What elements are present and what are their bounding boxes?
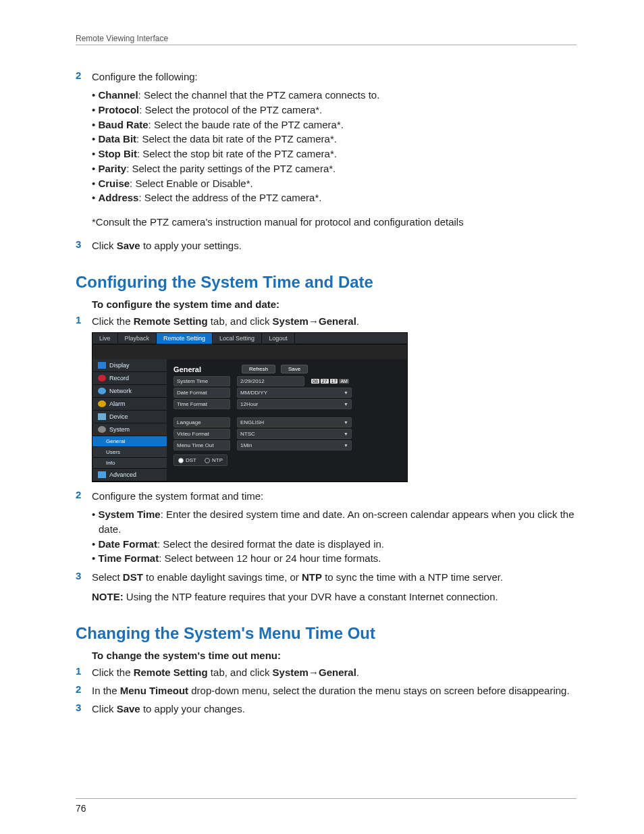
list-item: Time Format: Select between 12 hour or 2…: [92, 551, 576, 566]
radio-ntp[interactable]: NTP: [205, 457, 223, 463]
panel-title: General: [173, 365, 201, 373]
step-number: 3: [76, 702, 92, 713]
step-number: 2: [76, 489, 92, 500]
step-text: Click Save to apply your changes.: [92, 702, 576, 716]
sidebar-item-network[interactable]: Network: [92, 385, 167, 398]
radio-dst[interactable]: DST: [178, 457, 196, 463]
list-item: System Time: Enter the desired system ti…: [92, 507, 576, 537]
sidebar-item-system[interactable]: System: [92, 423, 167, 436]
step-1: 1 Click the Remote Setting tab, and clic…: [76, 314, 576, 328]
step-text: In the Menu Timeout drop-down menu, sele…: [92, 683, 576, 698]
list-item: Stop Bit: Select the stop bit rate of th…: [92, 147, 576, 161]
tab-bar: Live Playback Remote Setting Local Setti…: [92, 333, 407, 344]
display-icon: [98, 362, 106, 369]
radio-dot-icon: [178, 458, 184, 463]
list-item: Address: Select the address of the PTZ c…: [92, 190, 576, 205]
field-language[interactable]: ENGLISH▼: [237, 417, 352, 427]
tab-remote-setting[interactable]: Remote Setting: [157, 333, 213, 344]
chevron-down-icon: ▼: [344, 443, 348, 448]
refresh-button[interactable]: Refresh: [242, 365, 275, 373]
tab-live[interactable]: Live: [92, 333, 118, 344]
step-text: Click the Remote Setting tab, and click …: [92, 314, 576, 328]
footnote: *Consult the PTZ camera's instruction ma…: [92, 215, 576, 229]
advanced-icon: [98, 471, 106, 478]
label-date-format: Date Format: [173, 388, 230, 398]
gear-icon: [98, 426, 106, 433]
page-number: 76: [76, 803, 86, 814]
chevron-down-icon: ▼: [344, 420, 348, 425]
step-2: 2 Configure the following:: [76, 70, 576, 84]
label-language: Language: [173, 417, 230, 427]
sidebar: Display Record Network Alarm Device Syst…: [92, 359, 167, 481]
chevron-down-icon: ▼: [344, 402, 348, 407]
step-2: 2 In the Menu Timeout drop-down menu, se…: [76, 683, 576, 698]
field-system-time[interactable]: 2/29/2012: [237, 376, 304, 386]
chevron-down-icon: ▼: [344, 390, 348, 395]
running-header: Remote Viewing Interface: [76, 34, 576, 45]
step-3: 3 Click Save to apply your changes.: [76, 702, 576, 716]
save-button[interactable]: Save: [281, 365, 308, 373]
sidebar-sub-info[interactable]: Info: [92, 458, 167, 469]
chevron-down-icon: ▼: [344, 432, 348, 436]
record-icon: [98, 375, 106, 382]
tab-playback[interactable]: Playback: [118, 333, 157, 344]
label-menu-timeout: Menu Time Out: [173, 440, 230, 450]
device-icon: [98, 413, 106, 420]
list-item: Cruise: Select Enable or Disable*.: [92, 176, 576, 191]
tab-logout[interactable]: Logout: [262, 333, 295, 344]
label-system-time: System Time: [173, 376, 230, 386]
settings-panel: General Refresh Save System Time 2/29/20…: [167, 359, 407, 481]
step-3: 3 Select DST to enable daylight savings …: [76, 570, 576, 584]
step-3: 3 Click Save to apply your settings.: [76, 238, 576, 253]
step-number: 2: [76, 70, 92, 81]
step-number: 1: [76, 314, 92, 325]
section-heading: Configuring the System Time and Date: [76, 273, 576, 292]
step-text: Configure the following:: [92, 70, 576, 84]
sidebar-item-alarm[interactable]: Alarm: [92, 398, 167, 411]
bullet-list: System Time: Enter the desired system ti…: [92, 507, 576, 566]
page-footer: 76: [76, 798, 576, 814]
field-video-format[interactable]: NTSC▼: [237, 429, 352, 439]
step-2: 2 Configure the system format and time:: [76, 489, 576, 503]
section-heading: Changing the System's Menu Time Out: [76, 624, 576, 643]
field-time-format[interactable]: 12Hour▼: [237, 399, 352, 409]
step-number: 1: [76, 665, 92, 677]
step-number: 2: [76, 683, 92, 695]
sub-heading: To configure the system time and date:: [92, 298, 576, 310]
step-text: Configure the system format and time:: [92, 489, 576, 503]
spacer: [92, 344, 407, 359]
list-item: Date Format: Select the desired format t…: [92, 537, 576, 552]
list-item: Parity: Select the parity settings of th…: [92, 161, 576, 176]
step-text: Click Save to apply your settings.: [92, 238, 576, 253]
sub-heading: To change the system's time out menu:: [92, 650, 576, 661]
step-number: 3: [76, 570, 92, 581]
radio-dot-icon: [205, 458, 210, 463]
sidebar-item-device[interactable]: Device: [92, 411, 167, 423]
sidebar-item-advanced[interactable]: Advanced: [92, 469, 167, 481]
step-text: Click the Remote Setting tab, and click …: [92, 665, 576, 679]
sidebar-item-record[interactable]: Record: [92, 372, 167, 385]
sidebar-sub-general[interactable]: General: [92, 436, 167, 447]
network-icon: [98, 388, 106, 394]
step-number: 3: [76, 238, 92, 250]
tab-local-setting[interactable]: Local Setting: [213, 333, 262, 344]
label-time-format: Time Format: [173, 399, 230, 409]
list-item: Baud Rate: Select the baude rate of the …: [92, 118, 576, 132]
step-text: Select DST to enable daylight savings ti…: [92, 570, 576, 584]
sidebar-sub-users[interactable]: Users: [92, 447, 167, 458]
list-item: Data Bit: Select the data bit rate of th…: [92, 132, 576, 147]
list-item: Channel: Select the channel that the PTZ…: [92, 88, 576, 103]
embedded-screenshot: Live Playback Remote Setting Local Setti…: [92, 332, 408, 482]
field-menu-timeout[interactable]: 1Min▼: [237, 440, 352, 450]
alarm-icon: [98, 400, 106, 407]
bullet-list: Channel: Select the channel that the PTZ…: [92, 88, 576, 205]
label-video-format: Video Format: [173, 429, 230, 439]
time-pills[interactable]: 08 27 17 AM: [311, 379, 349, 384]
list-item: Protocol: Select the protocol of the PTZ…: [92, 103, 576, 118]
note: NOTE: Using the NTP feature requires tha…: [92, 590, 576, 604]
step-1: 1 Click the Remote Setting tab, and clic…: [76, 665, 576, 679]
sidebar-item-display[interactable]: Display: [92, 359, 167, 372]
field-date-format[interactable]: MM/DD/YY▼: [237, 388, 352, 398]
radio-group: DST NTP: [173, 454, 227, 466]
